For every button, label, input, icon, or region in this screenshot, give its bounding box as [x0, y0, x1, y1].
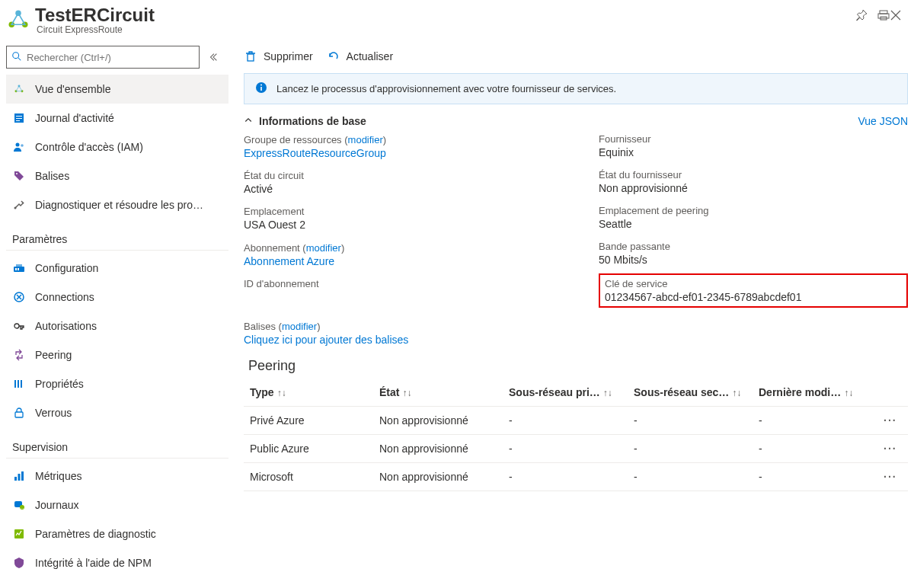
svg-point-23	[14, 324, 19, 328]
sub-modify-link[interactable]: modifier	[306, 242, 341, 254]
svg-rect-12	[16, 118, 22, 119]
peering-icon	[12, 348, 26, 362]
row-actions-button[interactable]: ···	[877, 407, 908, 435]
key-value: 01234567-abcd-ef01-2345-6789abcdef01	[605, 291, 902, 303]
svg-point-38	[260, 85, 262, 86]
sidebar-item-authorizations[interactable]: Autorisations	[6, 312, 228, 340]
cell-lastmod: -	[753, 435, 877, 463]
cell-secondary: -	[628, 407, 753, 435]
sidebar-item-iam[interactable]: Contrôle d'accès (IAM)	[6, 133, 228, 161]
state-value: Activé	[244, 183, 553, 195]
json-view-link[interactable]: Vue JSON	[858, 115, 908, 127]
sidebar-item-label: Configuration	[35, 262, 98, 274]
sidebar-item-label: Journal d'activité	[35, 112, 114, 124]
cell-type: Public Azure	[244, 435, 373, 463]
cell-lastmod: -	[753, 407, 877, 435]
sidebar-item-peering[interactable]: Peering	[6, 340, 228, 369]
table-header-row: Type↑↓ État↑↓ Sous-réseau pri…↑↓ Sous-ré…	[244, 379, 908, 407]
col-primary[interactable]: Sous-réseau pri…↑↓	[503, 379, 628, 407]
sidebar-item-activity-log[interactable]: Journal d'activité	[6, 104, 228, 133]
sidebar-item-diagnostic-settings[interactable]: Paramètres de diagnostic	[6, 519, 228, 548]
provider-label: Fournisseur	[599, 133, 908, 145]
col-state[interactable]: État↑↓	[373, 379, 503, 407]
provstate-value: Non approvisionné	[599, 182, 908, 194]
sidebar: Vue d'ensemble Journal d'activité Contrô…	[0, 40, 228, 577]
sidebar-item-label: Peering	[35, 349, 72, 361]
sidebar-item-label: Paramètres de diagnostic	[35, 528, 156, 540]
svg-rect-21	[16, 264, 22, 267]
essentials-grid: Groupe de ressources (modifier) ExpressR…	[244, 133, 908, 308]
sort-icon: ↑↓	[732, 388, 741, 398]
cell-state: Non approvisionné	[373, 463, 503, 491]
svg-rect-30	[21, 471, 24, 481]
sidebar-item-tags[interactable]: Balises	[6, 161, 228, 190]
col-secondary[interactable]: Sous-réseau sec…↑↓	[628, 379, 753, 407]
sidebar-item-metrics[interactable]: Métriques	[6, 462, 228, 491]
rg-modify-link[interactable]: modifier	[348, 134, 383, 145]
cell-lastmod: -	[753, 463, 877, 491]
sub-value-link[interactable]: Abonnement Azure	[244, 255, 334, 267]
svg-rect-19	[15, 268, 17, 270]
rg-value-link[interactable]: ExpressRouteResourceGroup	[244, 147, 386, 159]
peering-title: Peering	[248, 358, 908, 374]
col-type[interactable]: Type↑↓	[244, 379, 373, 407]
svg-rect-26	[21, 380, 22, 388]
sidebar-item-logs[interactable]: … Journaux	[6, 491, 228, 519]
peering-table: Type↑↓ État↑↓ Sous-réseau pri…↑↓ Sous-ré…	[244, 379, 908, 491]
location-label: Emplacement	[244, 206, 553, 217]
cell-state: Non approvisionné	[373, 435, 503, 463]
refresh-label: Actualiser	[347, 50, 393, 62]
sidebar-item-properties[interactable]: Propriétés	[6, 369, 228, 398]
delete-label: Supprimer	[264, 50, 313, 62]
row-actions-button[interactable]: ···	[877, 435, 908, 463]
close-button[interactable]	[890, 9, 902, 24]
main-content: Supprimer Actualiser Lancez le processus…	[228, 40, 914, 577]
bw-value: 50 Mbits/s	[599, 254, 908, 266]
sort-icon: ↑↓	[402, 388, 411, 398]
table-row[interactable]: Privé AzureNon approvisionné---···	[244, 407, 908, 435]
cell-primary: -	[503, 435, 628, 463]
tags-add-link[interactable]: Cliquez ici pour ajouter des balises	[244, 334, 408, 346]
sidebar-item-configuration[interactable]: Configuration	[6, 254, 228, 283]
print-icon[interactable]	[877, 9, 890, 24]
sidebar-item-locks[interactable]: Verrous	[6, 398, 228, 427]
sidebar-item-label: Propriétés	[35, 378, 84, 390]
search-input[interactable]	[27, 52, 194, 63]
sidebar-item-npm[interactable]: Intégrité à l'aide de NPM	[6, 548, 228, 577]
cell-secondary: -	[628, 435, 753, 463]
sidebar-item-label: Intégrité à l'aide de NPM	[35, 557, 152, 569]
sidebar-item-label: Autorisations	[35, 320, 97, 332]
delete-button[interactable]: Supprimer	[244, 50, 313, 63]
logs-icon: …	[12, 498, 26, 512]
tags-modify-link[interactable]: modifier	[282, 321, 317, 332]
col-lastmod[interactable]: Dernière modi…↑↓	[753, 379, 877, 407]
activity-log-icon	[12, 111, 26, 125]
trash-icon	[244, 50, 257, 63]
refresh-button[interactable]: Actualiser	[327, 50, 393, 63]
location-value: USA Ouest 2	[244, 219, 553, 231]
properties-icon	[12, 377, 26, 391]
sidebar-item-overview[interactable]: Vue d'ensemble	[6, 75, 228, 104]
peerloc-value: Seattle	[599, 218, 908, 230]
pin-icon[interactable]	[856, 9, 868, 24]
svg-point-15	[21, 144, 24, 147]
sidebar-item-diagnose[interactable]: Diagnostiquer et résoudre les pro…	[6, 190, 228, 219]
sort-icon: ↑↓	[277, 388, 286, 398]
svg-rect-28	[14, 477, 17, 481]
row-actions-button[interactable]: ···	[877, 463, 908, 491]
svg-rect-37	[260, 87, 262, 91]
key-icon	[12, 319, 26, 333]
svg-point-14	[16, 143, 20, 147]
sort-icon: ↑↓	[844, 388, 853, 398]
table-row[interactable]: Public AzureNon approvisionné---···	[244, 435, 908, 463]
collapse-sidebar-button[interactable]	[204, 48, 222, 66]
resource-icon	[6, 8, 30, 32]
sidebar-item-connections[interactable]: Connections	[6, 283, 228, 312]
svg-rect-27	[15, 412, 23, 417]
sidebar-item-label: Balises	[35, 170, 69, 182]
sidebar-item-label: Diagnostiquer et résoudre les pro…	[35, 199, 203, 211]
essentials-header[interactable]: Informations de base Vue JSON	[244, 115, 908, 129]
search-box[interactable]	[6, 46, 200, 69]
svg-point-16	[16, 173, 18, 174]
table-row[interactable]: MicrosoftNon approvisionné---···	[244, 463, 908, 491]
